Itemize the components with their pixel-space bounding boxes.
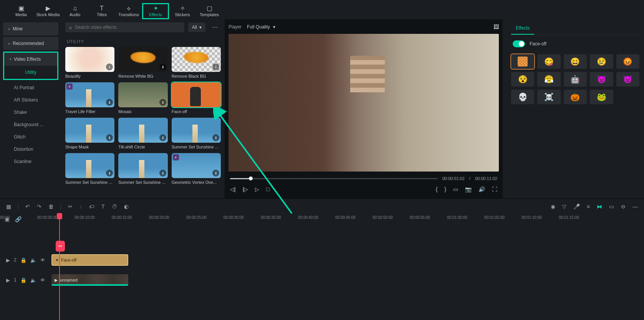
mute-icon[interactable]: 🔈 (30, 257, 36, 263)
effect-remove-black-bg[interactable]: ⬇Remove Black BG (172, 47, 221, 78)
clip-video-icon: ▶ (55, 278, 58, 283)
fit-icon[interactable]: ▭ (609, 203, 614, 210)
clip-fx-icon: ✦ (55, 258, 59, 263)
download-icon: ⬇ (159, 99, 166, 106)
tab-media[interactable]: ▣Media (8, 3, 35, 19)
effect-summer-set-sunshine-[interactable]: ⬇Summer Set Sunshine ... (172, 118, 221, 149)
mixer-icon[interactable]: ≡ (587, 203, 590, 210)
volume-icon[interactable]: 🔊 (478, 186, 485, 192)
tab-effects[interactable]: Effects (511, 22, 534, 35)
filter-dropdown[interactable]: All▾ (188, 23, 205, 32)
face-option-0[interactable] (511, 54, 534, 69)
snap-icon[interactable]: ⧓ (597, 203, 602, 210)
face-option-2[interactable]: 😄 (564, 54, 587, 69)
tab-stickers[interactable]: ✧Stickers (169, 3, 196, 19)
mic-icon[interactable]: 🎤 (573, 203, 580, 210)
face-option-6[interactable]: 😤 (537, 72, 560, 87)
tl-thumbs-icon[interactable]: ▣ (5, 216, 10, 222)
effect-geometric-vortex-ove-[interactable]: ⬇♦Geometric Vortex Ove... (172, 153, 221, 185)
stock-icon: ▶ (46, 5, 50, 12)
effect-face-off[interactable]: Face-off (172, 82, 221, 114)
tab-transitions[interactable]: ⟡Transitions (115, 3, 142, 19)
lock-icon[interactable]: 🔒 (20, 277, 26, 283)
more-menu-button[interactable]: ⋯ (209, 22, 221, 32)
tab-audio[interactable]: ♫Audio (61, 3, 88, 19)
color-icon[interactable]: ◐ (124, 203, 129, 210)
camera-icon[interactable]: 📷 (465, 186, 472, 192)
tl-link-icon[interactable]: 🔗 (15, 216, 22, 222)
sidebar-sub-scanline[interactable]: Scanline (3, 155, 58, 168)
visibility-icon[interactable]: 👁 (40, 257, 45, 263)
effect-beautify[interactable]: ⬇Beautify (65, 47, 114, 78)
effect-shape-mask[interactable]: ⬇Shape Mask (65, 118, 114, 149)
face-option-7[interactable]: 🤖 (564, 72, 587, 87)
cut-button[interactable]: ✂ (68, 203, 73, 210)
face-option-4[interactable]: 😡 (616, 54, 639, 69)
fullscreen-icon[interactable]: ⛶ (492, 186, 497, 192)
video-preview[interactable] (228, 34, 499, 172)
sidebar-video-effects[interactable]: ▾Video Effects (4, 53, 57, 66)
face-option-10[interactable]: 💀 (511, 90, 534, 104)
marker-icon[interactable]: ▽ (562, 203, 566, 210)
zoom-slider-icon[interactable]: — (632, 203, 638, 210)
quality-dropdown[interactable]: Full Quality▾ (247, 24, 275, 30)
face-option-3[interactable]: 😢 (590, 54, 613, 69)
playhead[interactable] (59, 214, 60, 320)
text-icon[interactable]: T (101, 203, 105, 210)
lock-icon[interactable]: 🔒 (20, 257, 26, 263)
tab-label: Stickers (175, 12, 190, 17)
stop-button[interactable]: □ (266, 186, 269, 192)
sidebar-sub-background-[interactable]: Background ... (3, 118, 58, 131)
sidebar-utility[interactable]: Utility (4, 66, 57, 79)
sidebar-recommended[interactable]: ▸Recommended (3, 37, 58, 50)
scissors-handle[interactable]: ✂ (56, 241, 65, 252)
effect-tilt-shift-circle[interactable]: ⬇Tilt-shift Circle (118, 118, 167, 149)
face-option-8[interactable]: 😈 (590, 72, 613, 87)
effect-summer-set-sunshine-[interactable]: ⬇Summer Set Sunshine ... (65, 153, 114, 185)
mute-icon[interactable]: 🔈 (30, 277, 36, 283)
effect-summer-set-sunshine-[interactable]: ⬇Summer Set Sunshine ... (118, 153, 167, 185)
sidebar-sub-glitch[interactable]: Glitch (3, 131, 58, 143)
snapshot-icon[interactable]: 🖼 (493, 24, 499, 30)
sidebar-sub-ai-portrait[interactable]: AI Portrait (3, 82, 58, 94)
face-option-9[interactable]: 👿 (616, 72, 639, 87)
delete-button[interactable]: 🗑 (48, 203, 54, 210)
zoom-out-icon[interactable]: ⊖ (621, 203, 626, 210)
speed-icon[interactable]: ⏱ (112, 203, 117, 210)
tag-icon[interactable]: 🏷 (89, 203, 94, 210)
face-option-5[interactable]: 😵 (511, 72, 534, 87)
effect-travel-life-filter[interactable]: ⬇♦Travel Life Filter (65, 82, 114, 114)
undo-button[interactable]: ↶ (25, 203, 30, 210)
tab-templates[interactable]: ▢Templates (196, 3, 223, 19)
effect-toggle[interactable] (513, 40, 525, 47)
display-button[interactable]: ▭ (453, 186, 458, 192)
grid-icon[interactable]: ▦ (6, 203, 11, 210)
face-option-1[interactable]: 😋 (537, 54, 560, 69)
play-button[interactable]: ▷ (255, 186, 259, 192)
tab-titles[interactable]: TTitles (88, 3, 115, 19)
effect-name: Summer Set Sunshine ... (65, 178, 114, 185)
sidebar-sub-ar-stickers[interactable]: AR Stickers (3, 94, 58, 106)
mark-out-button[interactable]: } (444, 186, 446, 192)
mark-in-button[interactable]: { (436, 186, 438, 192)
tab-effects[interactable]: ✦Effects (142, 3, 169, 19)
sidebar-mine[interactable]: ▸Mine (3, 22, 58, 35)
prev-frame-button[interactable]: ◁| (230, 186, 236, 192)
sidebar-sub-shake[interactable]: Shake (3, 106, 58, 118)
visibility-icon[interactable]: 👁 (40, 277, 45, 283)
next-frame-button[interactable]: |▷ (243, 186, 248, 192)
render-icon[interactable]: ◉ (551, 203, 555, 210)
face-option-13[interactable]: 🐸 (590, 90, 613, 104)
effect-remove-white-bg[interactable]: ⬇Remove White BG (118, 47, 167, 78)
sidebar-sub-distortion[interactable]: Distortion (3, 143, 58, 155)
seek-bar[interactable] (230, 178, 438, 179)
clip-faceoff[interactable]: ✦ Face-off (51, 254, 128, 266)
face-option-11[interactable]: ☠️ (537, 90, 560, 104)
effect-mosaic[interactable]: ⬇Mosaic (118, 82, 167, 114)
search-input[interactable] (75, 25, 180, 30)
tab-stock[interactable]: ▶Stock Media (35, 3, 61, 19)
redo-button[interactable]: ↷ (37, 203, 41, 210)
clip-video[interactable]: ▶ unnamed (51, 274, 128, 286)
face-option-12[interactable]: 🎃 (564, 90, 587, 104)
music-icon[interactable]: ♪ (79, 203, 82, 210)
